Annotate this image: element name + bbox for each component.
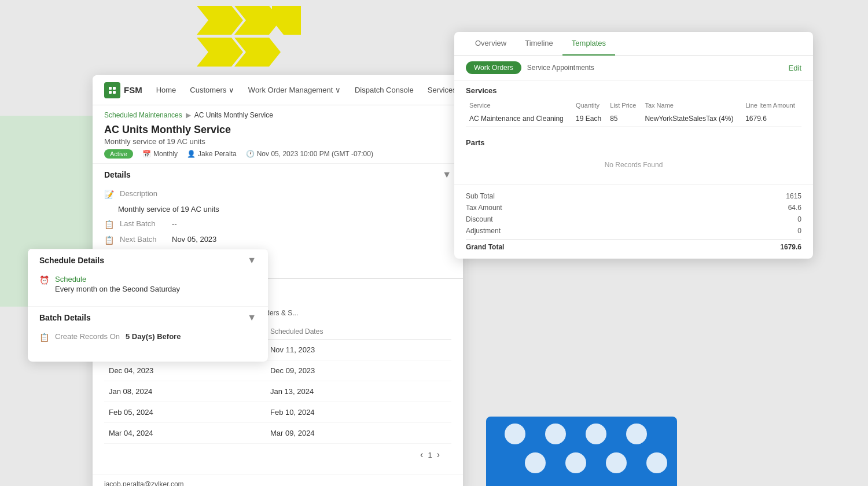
last-batch-row: 📋 Last Batch -- [104, 219, 451, 229]
scheduled-dates-cell: Dec 09, 2023 [266, 360, 451, 381]
templates-panel: Overview Timeline Templates Work Orders … [454, 32, 813, 259]
datetime-meta: 🕐 Nov 05, 2023 10:00 PM (GMT -07:00) [246, 150, 373, 158]
svg-marker-4 [272, 6, 301, 35]
adjustment-label: Adjustment [466, 227, 501, 235]
svg-point-7 [586, 424, 606, 444]
nav-dispatch[interactable]: Dispatch Console [350, 83, 418, 97]
description-row: 📝 Description [104, 189, 451, 199]
meta-row: Active 📅 Monthly 👤 Jake Peralta 🕐 Nov 05… [104, 149, 451, 159]
work-orders-button[interactable]: Work Orders [466, 61, 521, 74]
grand-total-row: Grand Total 1679.6 [466, 239, 801, 253]
create-records-row: 📋 Create Records On 5 Day(s) Before [39, 332, 256, 342]
sub-total-value: 1615 [786, 192, 801, 200]
svg-marker-1 [197, 38, 243, 67]
schedule-content: ⏰ Schedule Every month on the Second Sat… [28, 271, 268, 306]
batch-section-header[interactable]: Batch Details ▼ [28, 306, 268, 329]
svg-point-9 [525, 452, 546, 473]
breadcrumb-parent[interactable]: Scheduled Maintenances [104, 111, 182, 119]
page-subtitle: Monthly service of 19 AC units [104, 137, 451, 146]
next-page-button[interactable]: › [437, 450, 440, 460]
svg-rect-16 [113, 91, 116, 94]
page-title: AC Units Monthly Service [104, 124, 451, 136]
svg-rect-15 [109, 91, 112, 94]
edit-button[interactable]: Edit [789, 64, 801, 72]
schedule-label: Schedule [55, 275, 180, 284]
pagination: ‹ 1 › [104, 444, 451, 466]
details-section-title: Details [104, 170, 131, 179]
svg-point-11 [606, 452, 627, 473]
grand-total-value: 1679.6 [780, 243, 801, 251]
service-appointments-button[interactable]: Service Appointments [527, 64, 594, 72]
discount-label: Discount [466, 215, 493, 223]
svg-marker-0 [197, 6, 243, 35]
grand-total-label: Grand Total [466, 243, 504, 251]
batch-date-cell: Mar 04, 2024 [104, 423, 266, 444]
last-batch-icon: 📋 [104, 220, 114, 229]
col-tax-name: Tax Name [641, 100, 742, 111]
scheduled-dates-cell: Jan 13, 2024 [266, 381, 451, 402]
nav-work-order[interactable]: Work Order Management ∨ [244, 83, 345, 97]
schedule-toggle-icon: ▼ [247, 255, 256, 266]
status-badge: Active [104, 149, 133, 159]
scheduled-dates-cell: Feb 10, 2024 [266, 402, 451, 423]
schedule-section-header[interactable]: Schedule Details ▼ [28, 249, 268, 271]
scheduled-dates-cell: Nov 11, 2023 [266, 340, 451, 360]
email-address: jacob.peralta@zylker.com [104, 480, 184, 486]
batch-toggle-icon: ▼ [247, 312, 256, 323]
parts-section: Parts No Records Found [454, 132, 813, 184]
no-records-message: No Records Found [466, 152, 801, 178]
templates-tabs-row: Overview Timeline Templates [454, 32, 813, 56]
templates-sub-tabs: Work Orders Service Appointments Edit [454, 56, 813, 80]
templates-tab-templates[interactable]: Templates [562, 32, 615, 56]
breadcrumb: Scheduled Maintenances ▶ AC Units Monthl… [93, 105, 463, 122]
schedule-card: Schedule Details ▼ ⏰ Schedule Every mont… [28, 249, 268, 362]
recurrence-meta: 📅 Monthly [142, 150, 178, 158]
next-batch-value: Nov 05, 2023 [172, 235, 216, 244]
details-toggle-icon: ▼ [442, 170, 451, 180]
logo-text: FSM [124, 85, 142, 95]
tax-amount-value: 64.6 [788, 204, 801, 212]
prev-page-button[interactable]: ‹ [420, 450, 423, 460]
nav-customers[interactable]: Customers ∨ [185, 83, 238, 97]
clock-icon: 🕐 [246, 150, 255, 158]
create-records-value: 5 Day(s) Before [126, 332, 181, 341]
tax-name-cell: NewYorkStateSalesTax (4%) [641, 111, 742, 127]
col-line-item-amount: Line Item Amount [742, 100, 801, 111]
list-price-cell: 85 [606, 111, 641, 127]
person-icon: 👤 [187, 150, 196, 158]
svg-point-6 [545, 424, 566, 444]
table-row: AC Maintenance and Cleaning 19 Each 85 N… [466, 111, 801, 127]
col-quantity: Quantity [572, 100, 606, 111]
calendar-icon: 📅 [142, 150, 151, 158]
templates-tab-overview[interactable]: Overview [466, 32, 516, 56]
sub-total-label: Sub Total [466, 192, 495, 200]
batch-date-cell: Feb 05, 2024 [104, 402, 266, 423]
batch-section-title: Batch Details [39, 313, 91, 322]
svg-point-8 [626, 424, 647, 444]
templates-tab-timeline[interactable]: Timeline [516, 32, 562, 56]
svg-point-10 [565, 452, 586, 473]
adjustment-row: Adjustment 0 [466, 225, 801, 237]
app-logo: FSM [104, 82, 142, 98]
details-section-header[interactable]: Details ▼ [93, 163, 463, 186]
adjustment-value: 0 [797, 227, 801, 235]
col-scheduled-dates: Scheduled Dates [266, 324, 451, 340]
tax-amount-row: Tax Amount 64.6 [466, 202, 801, 213]
description-label: Description [120, 189, 166, 198]
next-batch-row: 📋 Next Batch Nov 05, 2023 [104, 235, 451, 245]
col-list-price: List Price [606, 100, 641, 111]
services-table: Service Quantity List Price Tax Name Lin… [466, 100, 801, 127]
amount-cell: 1679.6 [742, 111, 801, 127]
service-name-cell: AC Maintenance and Cleaning [466, 111, 572, 127]
next-batch-label: Next Batch [120, 235, 166, 244]
batch-date-cell: Jan 08, 2024 [104, 381, 266, 402]
description-value-row: Monthly service of 19 AC units [104, 205, 451, 213]
svg-point-12 [646, 452, 667, 473]
bg-blue-decoration [486, 417, 677, 486]
nav-home[interactable]: Home [152, 83, 181, 97]
discount-row: Discount 0 [466, 213, 801, 225]
quantity-cell: 19 Each [572, 111, 606, 127]
services-heading: Services [466, 86, 801, 95]
discount-value: 0 [797, 215, 801, 223]
tax-amount-label: Tax Amount [466, 204, 502, 212]
